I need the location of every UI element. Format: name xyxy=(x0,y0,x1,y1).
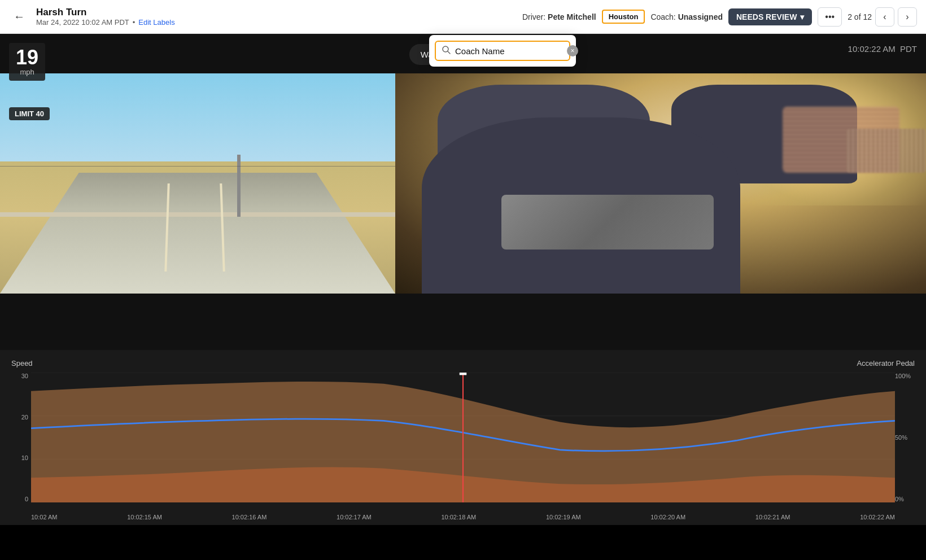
coach-search-dropdown: × xyxy=(429,35,576,67)
driver-info: Driver: Pete Mitchell xyxy=(522,12,596,21)
power-line xyxy=(0,166,395,167)
back-icon: ← xyxy=(14,10,25,23)
y-label-30: 30 xyxy=(11,373,28,379)
header-center: Driver: Pete Mitchell Houston Coach: Una… xyxy=(522,7,917,27)
y-label-0: 0 xyxy=(11,496,28,502)
timestamp-zone: PDT xyxy=(900,44,917,54)
y-label-0pct: 0% xyxy=(895,496,920,502)
driver-name: Pete Mitchell xyxy=(548,12,596,21)
pagination: 2 of 12 ‹ › xyxy=(848,7,917,27)
svg-line-1 xyxy=(448,51,450,54)
road-sky xyxy=(0,73,395,173)
chart-section: Speed Accelerator Pedal 30 20 10 0 100% … xyxy=(0,350,926,525)
clear-icon: × xyxy=(570,47,574,55)
coach-name: Unassigned xyxy=(678,12,723,21)
date-separator: • xyxy=(133,18,136,27)
svg-rect-7 xyxy=(460,373,466,375)
speed-overlay: 19 mph xyxy=(9,43,45,81)
event-title: Harsh Turn xyxy=(36,7,175,18)
coach-search-input[interactable] xyxy=(455,46,562,56)
more-options-button[interactable]: ••• xyxy=(818,7,842,27)
event-date-text: Mar 24, 2022 10:02 AM PDT xyxy=(36,18,129,27)
search-icon xyxy=(442,45,451,56)
x-label-7: 10:02:20 AM xyxy=(650,514,685,520)
next-button[interactable]: › xyxy=(898,7,917,27)
video-section: 19 mph LIMIT 40 Was this event useful? 1… xyxy=(0,34,926,350)
timestamp-time: 10:02:22 AM xyxy=(848,44,896,54)
event-date: Mar 24, 2022 10:02 AM PDT • Edit Labels xyxy=(36,18,175,27)
prev-button[interactable]: ‹ xyxy=(875,7,894,27)
x-label-5: 10:02:18 AM xyxy=(441,514,476,520)
coach-info: Coach: Unassigned xyxy=(650,12,723,21)
x-label-4: 10:02:17 AM xyxy=(337,514,372,520)
chart-speed-label: Speed xyxy=(11,359,33,368)
x-label-9: 10:02:22 AM xyxy=(860,514,895,520)
chevron-down-icon: ▾ xyxy=(800,12,804,21)
chart-x-axis: 10:02 AM 10:02:15 AM 10:02:16 AM 10:02:1… xyxy=(31,514,895,520)
timestamp: 10:02:22 AM PDT xyxy=(846,44,917,54)
clear-search-button[interactable]: × xyxy=(567,45,578,56)
speed-unit: mph xyxy=(16,68,38,76)
interior-scene xyxy=(395,73,926,294)
needs-review-label: NEEDS REVIEW xyxy=(736,12,797,21)
more-icon: ••• xyxy=(825,12,835,21)
x-label-2: 10:02:15 AM xyxy=(127,514,162,520)
next-icon: › xyxy=(906,12,908,22)
driver-label: Driver: xyxy=(522,12,545,21)
needs-review-button[interactable]: NEEDS REVIEW ▾ xyxy=(728,8,812,25)
y-label-10: 10 xyxy=(11,454,28,461)
bag-area xyxy=(501,195,714,250)
y-label-50pct: 50% xyxy=(895,434,920,441)
event-info: Harsh Turn Mar 24, 2022 10:02 AM PDT • E… xyxy=(36,7,175,27)
coach-label: Coach: xyxy=(650,12,675,21)
chart-y-axis-right: 100% 50% 0% xyxy=(895,373,920,502)
road-pole xyxy=(237,155,241,216)
x-label-8: 10:02:21 AM xyxy=(755,514,790,520)
y-label-100pct: 100% xyxy=(895,373,920,379)
x-label-1: 10:02 AM xyxy=(31,514,57,520)
x-label-3: 10:02:16 AM xyxy=(232,514,267,520)
speed-number: 19 xyxy=(16,47,38,68)
road-barrier xyxy=(0,212,395,217)
page-info: 2 of 12 xyxy=(848,12,872,21)
prev-icon: ‹ xyxy=(883,12,886,22)
road-camera-view xyxy=(0,73,395,294)
speed-limit: LIMIT 40 xyxy=(9,107,50,120)
blurred-face2 xyxy=(846,129,926,173)
y-label-20: 20 xyxy=(11,414,28,421)
edit-labels-link[interactable]: Edit Labels xyxy=(138,18,174,27)
chart-accel-label: Accelerator Pedal xyxy=(857,359,915,368)
chart-y-axis-left: 30 20 10 0 xyxy=(11,373,28,502)
x-label-6: 10:02:19 AM xyxy=(546,514,581,520)
back-button[interactable]: ← xyxy=(9,8,29,25)
coach-search-box: × xyxy=(435,41,570,61)
road-scene xyxy=(0,73,395,294)
interior-camera-view xyxy=(395,73,926,294)
chart-svg xyxy=(31,373,895,502)
header: ← Harsh Turn Mar 24, 2022 10:02 AM PDT •… xyxy=(0,0,926,34)
location-badge[interactable]: Houston xyxy=(602,10,645,24)
